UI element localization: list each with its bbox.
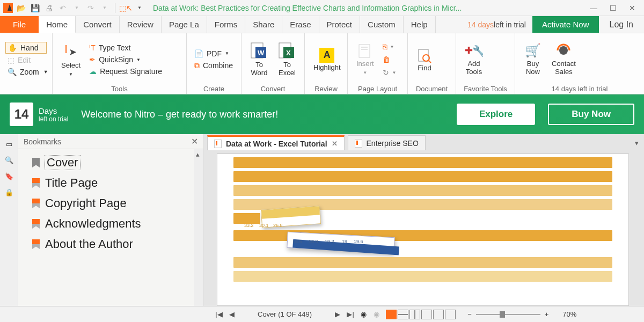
bookmark-item[interactable]: Copyright Page [31,193,198,214]
maximize-icon[interactable]: ☐ [604,1,621,16]
edit-label: Edit [18,56,31,64]
view-grid-icon[interactable] [421,310,432,319]
close-tab-icon[interactable]: ✕ [332,140,338,148]
request-signature-button[interactable]: ☁Request Signature [87,66,164,77]
delete-page-icon[interactable]: 🗑 [380,54,399,65]
last-page-icon[interactable]: ▶| [345,309,356,320]
edit-tool[interactable]: ⬚Edit [5,55,47,65]
qat-drop-icon[interactable]: ▼ [134,2,145,14]
pdf-label: PDF [207,49,222,58]
combine-label: Combine [203,61,233,70]
doc-tab[interactable]: Enterprise SEO [348,135,426,150]
tab-help[interactable]: Help [404,16,436,33]
to-word-button[interactable]: W To Word [247,35,272,84]
highlight-label: Highlight [313,64,341,72]
bookmark-item[interactable]: Cover [31,152,198,173]
view-fullscreen-icon[interactable] [445,310,456,319]
activate-now-button[interactable]: Activate Now [532,16,599,33]
tab-convert[interactable]: Convert [76,16,120,33]
bookmarks-list: Cover Title Page Copyright Page Acknowle… [18,149,203,306]
zoom-slider[interactable] [476,314,540,315]
tab-home[interactable]: Home [39,16,76,33]
prev-page-icon[interactable]: ◀ [226,309,237,320]
pdf-button[interactable]: 📄PDF▼ [192,48,235,59]
bookmarks-panel-icon[interactable]: 🔖 [4,171,14,181]
extract-icon[interactable]: ⎘ ▼ [380,41,399,52]
file-tab[interactable]: File [0,16,39,33]
undo-drop-icon[interactable]: ▼ [71,2,83,14]
value-label: 33.2 [244,223,254,228]
type-text-button[interactable]: ᴵTType Text [87,42,164,53]
contact-sales-button[interactable]: Contact Sales [548,35,579,84]
undo-icon[interactable]: ↶ [57,2,69,14]
document-area: Data at Work - Excel Tutorial✕ Enterpris… [204,134,644,306]
type-text-label: Type Text [99,43,131,52]
page-canvas[interactable]: 33.2 30.1 26.8 18.5 18.9 19.3 19 19.6 ▴ [217,153,629,306]
doc-tab[interactable]: Data at Work - Excel Tutorial✕ [207,135,345,150]
back-view-icon[interactable]: ◉ [358,309,369,320]
zoom-tool[interactable]: 🔍Zoom▼ [5,67,47,77]
fwd-view-icon[interactable]: ◉ [371,309,382,320]
buy-now-button[interactable]: 🛒 Buy Now [521,35,545,84]
tab-review[interactable]: Review [120,16,162,33]
highlight-button[interactable]: A Highlight [310,35,344,84]
zoom-knob[interactable] [500,311,505,318]
bookmark-item[interactable]: About the Author [31,234,198,254]
close-icon[interactable]: ✕ [624,1,641,16]
scroll-up-icon[interactable]: ▴ [196,150,200,158]
find-button[interactable]: Find [413,35,436,84]
tab-share[interactable]: Share [245,16,282,33]
open-icon[interactable]: 📂 [15,2,27,14]
rotate-icon[interactable]: ↻ ▼ [380,67,399,78]
to-excel-button[interactable]: X To Excel [275,35,299,84]
minimize-icon[interactable]: ― [585,1,602,16]
hand-tool[interactable]: ✋Hand [5,42,47,54]
zoom-in-icon[interactable]: + [545,310,549,318]
tab-forms[interactable]: Forms [207,16,246,33]
cart-icon: 🛒 [524,43,542,59]
quicksign-button[interactable]: ✒QuickSign▼ [87,54,164,65]
tab-page-layout[interactable]: Page La [162,16,207,33]
zoom-out-icon[interactable]: − [467,310,472,318]
zoom-value[interactable]: 70% [562,310,576,318]
bookmark-icon [32,158,40,167]
view-facing-icon[interactable] [409,310,420,319]
view-single-icon[interactable] [386,310,397,319]
bookmark-label: About the Author [45,237,133,251]
insert-button[interactable]: Insert▼ [353,35,377,84]
tab-protect[interactable]: Protect [319,16,361,33]
days-l2: left on trial [39,115,68,123]
print-icon[interactable]: 🖨 [43,2,55,14]
save-icon[interactable]: 💾 [29,2,41,14]
view-continuous-icon[interactable] [398,310,408,319]
combine-button[interactable]: ⧉Combine [192,60,235,71]
first-page-icon[interactable]: |◀ [214,309,224,320]
select-button[interactable]: I➤ Select▼ [58,35,84,84]
add-tools-button[interactable]: ✚🔧 Add Tools [462,35,486,84]
svg-text:W: W [258,49,265,57]
search-panel-icon[interactable]: 🔍 [4,155,14,165]
log-in-button[interactable]: Log In [599,16,644,33]
svg-text:✚: ✚ [465,45,473,56]
bookmark-item[interactable]: Acknowledgments [31,214,198,234]
tab-erase[interactable]: Erase [282,16,319,33]
group-label-layout: Page Layout [353,85,402,93]
explore-button[interactable]: Explore [457,104,535,125]
security-panel-icon[interactable]: 🔒 [4,187,14,197]
close-panel-icon[interactable]: ✕ [191,136,198,147]
redo-icon[interactable]: ↷ [85,2,97,14]
next-page-icon[interactable]: ▶ [332,309,343,320]
chevron-down-icon: ▼ [136,57,141,62]
view-presentation-icon[interactable] [433,310,444,319]
tab-custom[interactable]: Custom [360,16,404,33]
select-tool-icon[interactable]: ⬚↖ [120,2,131,14]
bookmark-item[interactable]: Title Page [31,173,198,193]
page-indicator[interactable]: Cover (1 OF 449) [241,310,328,318]
redo-drop-icon[interactable]: ▼ [99,2,111,14]
buy-now-banner-button[interactable]: Buy Now [548,104,634,125]
tabs-menu-icon[interactable]: ▾ [630,139,644,147]
buy-now-label: Buy Now [526,60,540,76]
pages-panel-icon[interactable]: ▭ [4,138,14,149]
contact-sales-label: Contact Sales [552,60,576,76]
scrollbar[interactable]: ▴ [194,149,203,306]
